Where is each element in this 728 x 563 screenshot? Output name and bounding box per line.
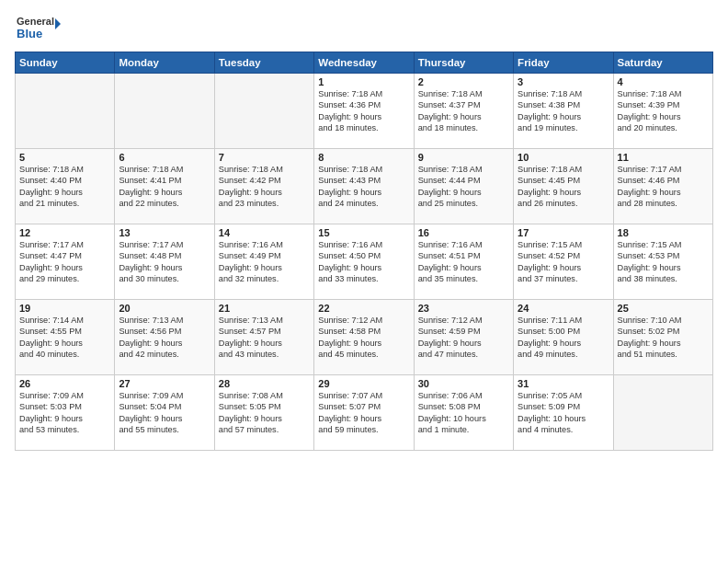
day-info: Sunrise: 7:15 AM Sunset: 4:52 PM Dayligh…	[518, 239, 609, 285]
weekday-header-tuesday: Tuesday	[214, 52, 313, 74]
calendar-cell: 18Sunrise: 7:15 AM Sunset: 4:53 PM Dayli…	[613, 224, 712, 300]
week-row-5: 26Sunrise: 7:09 AM Sunset: 5:03 PM Dayli…	[16, 375, 713, 451]
day-info: Sunrise: 7:06 AM Sunset: 5:08 PM Dayligh…	[418, 390, 509, 436]
day-info: Sunrise: 7:13 AM Sunset: 4:56 PM Dayligh…	[119, 315, 210, 361]
day-info: Sunrise: 7:16 AM Sunset: 4:51 PM Dayligh…	[418, 239, 509, 285]
calendar-cell: 27Sunrise: 7:09 AM Sunset: 5:04 PM Dayli…	[115, 375, 214, 451]
day-info: Sunrise: 7:16 AM Sunset: 4:49 PM Dayligh…	[219, 239, 310, 285]
day-info: Sunrise: 7:09 AM Sunset: 5:04 PM Dayligh…	[119, 390, 210, 436]
day-info: Sunrise: 7:15 AM Sunset: 4:53 PM Dayligh…	[618, 239, 709, 285]
day-number: 27	[119, 378, 210, 389]
day-info: Sunrise: 7:18 AM Sunset: 4:41 PM Dayligh…	[119, 164, 210, 210]
calendar-cell: 1Sunrise: 7:18 AM Sunset: 4:36 PM Daylig…	[314, 74, 414, 149]
day-number: 15	[318, 227, 409, 238]
day-info: Sunrise: 7:11 AM Sunset: 5:00 PM Dayligh…	[518, 315, 609, 361]
week-row-1: 1Sunrise: 7:18 AM Sunset: 4:36 PM Daylig…	[16, 74, 713, 149]
calendar-cell: 15Sunrise: 7:16 AM Sunset: 4:50 PM Dayli…	[314, 224, 414, 300]
day-number: 3	[518, 76, 609, 87]
day-info: Sunrise: 7:18 AM Sunset: 4:40 PM Dayligh…	[19, 164, 110, 210]
calendar-cell	[613, 375, 712, 451]
day-number: 17	[518, 227, 609, 238]
svg-text:General: General	[17, 16, 54, 27]
calendar-cell	[214, 74, 313, 149]
day-info: Sunrise: 7:18 AM Sunset: 4:45 PM Dayligh…	[518, 164, 609, 210]
day-number: 29	[318, 378, 409, 389]
day-info: Sunrise: 7:10 AM Sunset: 5:02 PM Dayligh…	[618, 315, 709, 361]
logo-svg: General Blue	[15, 11, 61, 44]
day-number: 18	[618, 227, 709, 238]
weekday-header-thursday: Thursday	[414, 52, 513, 74]
day-number: 19	[19, 303, 110, 314]
week-row-3: 12Sunrise: 7:17 AM Sunset: 4:47 PM Dayli…	[16, 224, 713, 300]
day-info: Sunrise: 7:18 AM Sunset: 4:37 PM Dayligh…	[418, 88, 509, 134]
day-info: Sunrise: 7:12 AM Sunset: 4:59 PM Dayligh…	[418, 315, 509, 361]
calendar-cell: 4Sunrise: 7:18 AM Sunset: 4:39 PM Daylig…	[613, 74, 712, 149]
calendar-cell: 30Sunrise: 7:06 AM Sunset: 5:08 PM Dayli…	[414, 375, 513, 451]
calendar-cell: 13Sunrise: 7:17 AM Sunset: 4:48 PM Dayli…	[115, 224, 214, 300]
day-number: 2	[418, 76, 509, 87]
day-number: 4	[618, 76, 709, 87]
week-row-2: 5Sunrise: 7:18 AM Sunset: 4:40 PM Daylig…	[16, 149, 713, 224]
calendar: SundayMondayTuesdayWednesdayThursdayFrid…	[15, 52, 713, 451]
calendar-cell: 25Sunrise: 7:10 AM Sunset: 5:02 PM Dayli…	[613, 300, 712, 375]
day-number: 20	[119, 303, 210, 314]
weekday-header-monday: Monday	[115, 52, 214, 74]
day-info: Sunrise: 7:18 AM Sunset: 4:39 PM Dayligh…	[618, 88, 709, 134]
day-number: 11	[618, 152, 709, 163]
day-info: Sunrise: 7:16 AM Sunset: 4:50 PM Dayligh…	[318, 239, 409, 285]
day-info: Sunrise: 7:18 AM Sunset: 4:36 PM Dayligh…	[318, 88, 409, 134]
day-info: Sunrise: 7:18 AM Sunset: 4:42 PM Dayligh…	[219, 164, 310, 210]
day-number: 31	[518, 378, 609, 389]
calendar-cell: 14Sunrise: 7:16 AM Sunset: 4:49 PM Dayli…	[214, 224, 313, 300]
day-info: Sunrise: 7:17 AM Sunset: 4:48 PM Dayligh…	[119, 239, 210, 285]
day-number: 16	[418, 227, 509, 238]
calendar-cell	[16, 74, 115, 149]
calendar-cell: 20Sunrise: 7:13 AM Sunset: 4:56 PM Dayli…	[115, 300, 214, 375]
header: General Blue	[15, 11, 713, 44]
day-number: 6	[119, 152, 210, 163]
weekday-header-saturday: Saturday	[613, 52, 712, 74]
calendar-cell: 2Sunrise: 7:18 AM Sunset: 4:37 PM Daylig…	[414, 74, 513, 149]
day-number: 24	[518, 303, 609, 314]
calendar-cell: 5Sunrise: 7:18 AM Sunset: 4:40 PM Daylig…	[16, 149, 115, 224]
day-number: 28	[219, 378, 310, 389]
weekday-header-friday: Friday	[514, 52, 613, 74]
day-number: 26	[19, 378, 110, 389]
calendar-cell: 8Sunrise: 7:18 AM Sunset: 4:43 PM Daylig…	[314, 149, 414, 224]
day-number: 9	[418, 152, 509, 163]
calendar-cell: 31Sunrise: 7:05 AM Sunset: 5:09 PM Dayli…	[514, 375, 613, 451]
day-number: 25	[618, 303, 709, 314]
svg-marker-2	[55, 18, 61, 29]
calendar-cell: 10Sunrise: 7:18 AM Sunset: 4:45 PM Dayli…	[514, 149, 613, 224]
calendar-cell: 3Sunrise: 7:18 AM Sunset: 4:38 PM Daylig…	[514, 74, 613, 149]
day-number: 14	[219, 227, 310, 238]
page: General Blue SundayMondayTuesdayWednesda…	[0, 0, 728, 563]
day-info: Sunrise: 7:05 AM Sunset: 5:09 PM Dayligh…	[518, 390, 609, 436]
day-info: Sunrise: 7:13 AM Sunset: 4:57 PM Dayligh…	[219, 315, 310, 361]
calendar-cell: 29Sunrise: 7:07 AM Sunset: 5:07 PM Dayli…	[314, 375, 414, 451]
logo: General Blue	[15, 11, 61, 44]
calendar-cell: 16Sunrise: 7:16 AM Sunset: 4:51 PM Dayli…	[414, 224, 513, 300]
day-number: 22	[318, 303, 409, 314]
weekday-header-wednesday: Wednesday	[314, 52, 414, 74]
calendar-cell: 6Sunrise: 7:18 AM Sunset: 4:41 PM Daylig…	[115, 149, 214, 224]
day-info: Sunrise: 7:14 AM Sunset: 4:55 PM Dayligh…	[19, 315, 110, 361]
day-info: Sunrise: 7:18 AM Sunset: 4:43 PM Dayligh…	[318, 164, 409, 210]
calendar-cell: 19Sunrise: 7:14 AM Sunset: 4:55 PM Dayli…	[16, 300, 115, 375]
weekday-header-row: SundayMondayTuesdayWednesdayThursdayFrid…	[16, 52, 713, 74]
day-info: Sunrise: 7:17 AM Sunset: 4:47 PM Dayligh…	[19, 239, 110, 285]
calendar-cell: 26Sunrise: 7:09 AM Sunset: 5:03 PM Dayli…	[16, 375, 115, 451]
calendar-cell: 7Sunrise: 7:18 AM Sunset: 4:42 PM Daylig…	[214, 149, 313, 224]
day-number: 23	[418, 303, 509, 314]
day-number: 13	[119, 227, 210, 238]
day-info: Sunrise: 7:08 AM Sunset: 5:05 PM Dayligh…	[219, 390, 310, 436]
calendar-cell: 23Sunrise: 7:12 AM Sunset: 4:59 PM Dayli…	[414, 300, 513, 375]
calendar-cell: 24Sunrise: 7:11 AM Sunset: 5:00 PM Dayli…	[514, 300, 613, 375]
calendar-cell: 28Sunrise: 7:08 AM Sunset: 5:05 PM Dayli…	[214, 375, 313, 451]
day-info: Sunrise: 7:18 AM Sunset: 4:44 PM Dayligh…	[418, 164, 509, 210]
day-number: 10	[518, 152, 609, 163]
day-number: 1	[318, 76, 409, 87]
calendar-cell: 22Sunrise: 7:12 AM Sunset: 4:58 PM Dayli…	[314, 300, 414, 375]
day-number: 30	[418, 378, 509, 389]
calendar-cell: 17Sunrise: 7:15 AM Sunset: 4:52 PM Dayli…	[514, 224, 613, 300]
